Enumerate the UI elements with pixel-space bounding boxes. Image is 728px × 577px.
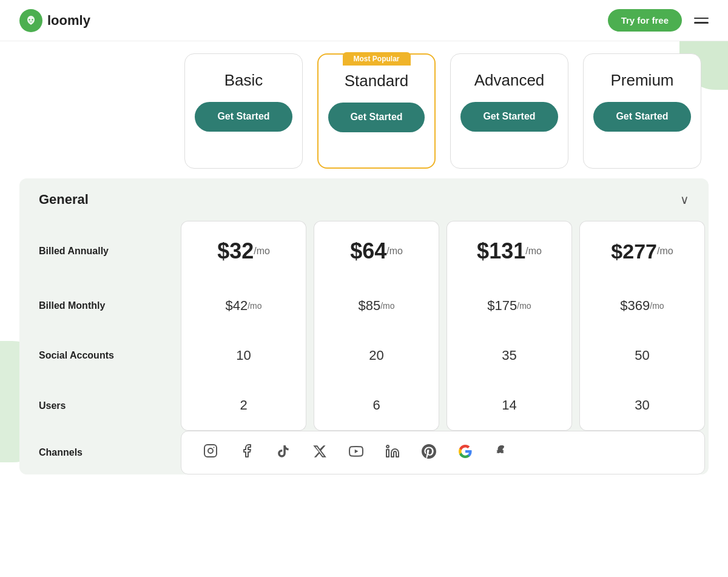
cell-billed-monthly-basic: $42/mo <box>181 281 306 331</box>
cell-social-advanced: 35 <box>447 331 572 380</box>
plan-card-standard: Standard Get Started <box>317 53 436 169</box>
get-started-premium[interactable]: Get Started <box>593 102 691 132</box>
facebook-icon <box>240 444 254 462</box>
cell-billed-monthly-premium: $369/mo <box>579 281 705 331</box>
menu-button[interactable] <box>694 18 709 24</box>
linkedin-icon <box>385 444 400 462</box>
youtube-icon <box>349 444 363 462</box>
svg-marker-5 <box>355 449 359 453</box>
snapchat-icon <box>494 444 509 462</box>
cell-users-advanced: 14 <box>447 380 572 431</box>
cell-users-basic: 2 <box>181 380 306 431</box>
get-started-basic[interactable]: Get Started <box>195 102 292 132</box>
cell-social-premium: 50 <box>579 331 705 380</box>
google-icon <box>458 444 473 462</box>
most-popular-badge: Most Popular <box>342 52 410 66</box>
svg-point-3 <box>208 448 213 453</box>
try-free-button[interactable]: Try for free <box>608 9 682 32</box>
plan-col-advanced: Advanced Get Started <box>443 53 576 169</box>
logo[interactable]: loomly <box>19 9 90 32</box>
label-billed-annually: Billed Annually <box>19 221 177 281</box>
svg-point-0 <box>29 19 30 20</box>
plan-col-standard: 🐱 Most Popular Standard Get Started <box>310 53 443 169</box>
navbar-right: Try for free <box>608 9 709 32</box>
row-channels: Channels <box>19 431 709 474</box>
tiktok-icon <box>276 444 291 462</box>
cell-users-premium: 30 <box>579 380 705 431</box>
label-channels: Channels <box>19 435 177 470</box>
cell-billed-annually-basic: $32/mo <box>181 221 306 281</box>
get-started-standard[interactable]: Get Started <box>328 103 425 132</box>
plan-name-premium: Premium <box>610 71 673 90</box>
svg-point-7 <box>386 445 389 448</box>
cell-billed-annually-premium: $277 /mo <box>579 221 705 281</box>
navbar: loomly Try for free <box>0 0 728 41</box>
logo-text: loomly <box>47 13 90 29</box>
cell-billed-monthly-advanced: $175/mo <box>447 281 572 331</box>
cell-social-basic: 10 <box>181 331 306 380</box>
label-social-accounts: Social Accounts <box>19 331 177 380</box>
twitter-x-icon <box>312 444 327 462</box>
plan-col-premium: Premium Get Started <box>576 53 709 169</box>
cell-billed-monthly-standard: $85/mo <box>314 281 439 331</box>
cell-billed-annually-advanced: $131/mo <box>447 221 572 281</box>
row-billed-annually: Billed Annually $32/mo $64/mo $131/mo $2… <box>19 221 709 281</box>
plan-card-premium: Premium Get Started <box>583 53 701 169</box>
instagram-icon <box>203 444 218 462</box>
svg-rect-6 <box>386 450 389 457</box>
plan-name-basic: Basic <box>224 71 263 90</box>
chevron-down-icon: ∨ <box>680 192 689 207</box>
plan-col-basic: Basic Get Started <box>177 53 310 169</box>
svg-point-1 <box>32 19 33 20</box>
cell-social-standard: 20 <box>314 331 439 380</box>
row-users: Users 2 6 14 30 <box>19 380 709 431</box>
label-billed-monthly: Billed Monthly <box>19 281 177 331</box>
pinterest-icon <box>422 444 436 462</box>
general-title: General <box>39 192 89 208</box>
row-social-accounts: Social Accounts 10 20 35 50 <box>19 331 709 380</box>
plan-name-advanced: Advanced <box>474 71 545 90</box>
get-started-advanced[interactable]: Get Started <box>460 102 558 132</box>
plan-name-standard: Standard <box>345 72 409 90</box>
general-header[interactable]: General ∨ <box>19 178 709 221</box>
cell-users-standard: 6 <box>314 380 439 431</box>
channels-icons-row <box>181 431 705 474</box>
svg-point-4 <box>214 447 215 448</box>
logo-icon <box>19 9 42 32</box>
label-users: Users <box>19 380 177 431</box>
row-billed-monthly: Billed Monthly $42/mo $85/mo $175/mo $36… <box>19 281 709 331</box>
plan-card-basic: Basic Get Started <box>184 53 303 169</box>
cell-billed-annually-standard: $64/mo <box>314 221 439 281</box>
plans-header-area: Basic Get Started 🐱 Most Popular Standar… <box>19 41 709 169</box>
svg-rect-2 <box>204 445 217 457</box>
general-section: General ∨ Billed Annually $32/mo $64/mo … <box>19 178 709 474</box>
plan-card-advanced: Advanced Get Started <box>450 53 568 169</box>
